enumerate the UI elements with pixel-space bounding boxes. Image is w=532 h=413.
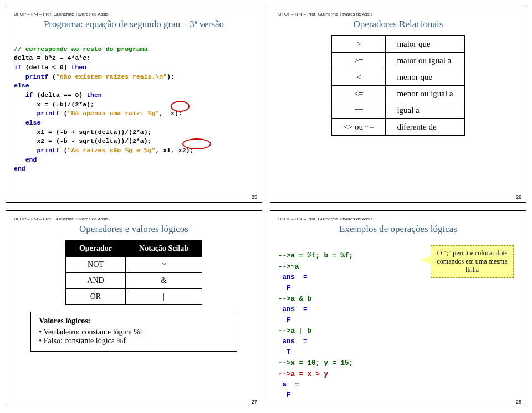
table-row: >=maior ou igual a [332, 53, 464, 69]
table-row: AND& [65, 273, 202, 289]
course-header: UFOP – IP-I – Prof. Guilherme Tavares de… [14, 12, 254, 17]
slide-26: UFOP – IP-I – Prof. Guilherme Tavares de… [270, 6, 526, 203]
logical-values-head: Valores lógicos: [39, 317, 228, 326]
table-row: <=menor ou igual a [332, 86, 464, 102]
page-number: 25 [252, 194, 257, 200]
slide-28: UFOP – IP-I – Prof. Guilherme Tavares de… [270, 210, 526, 407]
code-block: // corresponde ao resto do programa delt… [14, 35, 254, 202]
slide-title: Operadores e valores lógicos [14, 224, 254, 235]
table-row: NOT~ [65, 257, 202, 273]
table-row: ==igual a [332, 102, 464, 119]
relational-operators-table: >maior que >=maior ou igual a <menor que… [331, 35, 464, 136]
page-number: 28 [516, 399, 521, 405]
logical-operators-table: Operador Notação Scilab NOT~ AND& OR| [65, 240, 202, 305]
highlight-oval-1 [171, 101, 190, 112]
col-header-notation: Notação Scilab [126, 241, 202, 257]
table-row: OR| [65, 289, 202, 305]
course-header: UFOP – IP-I – Prof. Guilherme Tavares de… [278, 216, 518, 221]
slide-title: Exemplos de operações lógicas [278, 224, 518, 235]
table-row: >maior que [332, 36, 464, 53]
course-header: UFOP – IP-I – Prof. Guilherme Tavares de… [14, 216, 254, 221]
slide-title: Operadores Relacionais [278, 19, 518, 30]
logical-values-box: Valores lógicos: • Verdadeiro: constante… [30, 312, 237, 352]
page-number: 26 [516, 194, 521, 200]
page-number: 27 [252, 399, 257, 405]
col-header-operator: Operador [65, 241, 125, 257]
table-row: <> ou ~=diferente de [332, 119, 464, 136]
table-row: <menor que [332, 69, 464, 86]
semicolon-callout: O “;” permite colocar dois comandos em u… [431, 245, 514, 278]
slide-title: Programa: equação de segundo grau – 3ª v… [14, 19, 254, 30]
logical-value-false: • Falso: constante lógica %f [39, 337, 228, 345]
logical-value-true: • Verdadeiro: constante lógica %t [39, 328, 228, 337]
course-header: UFOP – IP-I – Prof. Guilherme Tavares de… [278, 12, 518, 17]
slide-25: UFOP – IP-I – Prof. Guilherme Tavares de… [6, 6, 262, 203]
slide-27: UFOP – IP-I – Prof. Guilherme Tavares de… [6, 210, 262, 407]
highlight-oval-2 [182, 138, 211, 149]
